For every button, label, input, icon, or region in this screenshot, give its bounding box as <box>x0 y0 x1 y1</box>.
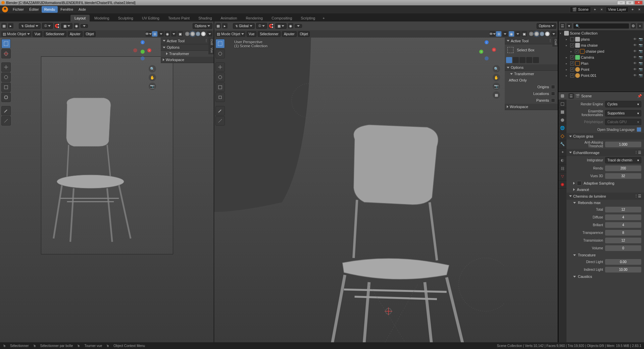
tool-annotate[interactable] <box>215 106 225 115</box>
visibility-checkbox[interactable] <box>570 73 574 78</box>
ptab-data[interactable]: ▽ <box>558 172 566 181</box>
gizmo-toggle[interactable]: ⊕ <box>496 31 501 37</box>
ptab-modifiers[interactable]: 🔧 <box>558 140 566 148</box>
sampling-hdr[interactable]: Échantillonnage⋮☰ <box>566 149 644 156</box>
tool-select-box[interactable] <box>1 39 11 48</box>
proportional-dropdown[interactable] <box>295 24 302 28</box>
render-engine-select[interactable]: Cycles▾ <box>605 101 641 107</box>
ptab-material[interactable] <box>558 181 566 189</box>
ws-tab-compositing[interactable]: Compositing <box>267 15 296 21</box>
visibility-checkbox[interactable] <box>570 67 574 71</box>
ws-tab-animation[interactable]: Animation <box>217 15 241 21</box>
proportional-edit[interactable]: ◉ <box>288 23 293 29</box>
hide-icon[interactable]: 👁 <box>633 37 637 41</box>
hide-icon[interactable]: 👁 <box>633 49 637 53</box>
editor-type-icon[interactable]: ▦ <box>1 23 7 29</box>
mode-selector[interactable]: ▨ Mode Objet <box>215 31 245 37</box>
feature-set-select[interactable]: Supportées▾ <box>605 110 641 116</box>
tool-move[interactable] <box>215 62 225 72</box>
editor-type-icon[interactable]: ▦ <box>215 23 221 29</box>
outliner-item[interactable]: ▸Plan👁📷 <box>558 60 644 66</box>
snap-dropdown[interactable]: ⦾ <box>42 23 53 29</box>
disable-icon[interactable]: 📷 <box>639 43 643 47</box>
tool-transform[interactable] <box>1 93 11 102</box>
tool-measure[interactable] <box>1 116 11 126</box>
npanel-active-tool-hdr[interactable]: Active Tool⋮⋮ <box>505 38 558 44</box>
tool-transform[interactable] <box>215 93 225 102</box>
disable-icon[interactable]: 📷 <box>639 37 643 41</box>
camera-icon[interactable]: 📷 <box>149 83 156 90</box>
disable-icon[interactable]: 📷 <box>639 67 643 71</box>
outliner-search[interactable] <box>573 23 629 29</box>
tool-scale[interactable] <box>1 83 11 92</box>
props-type-icon[interactable]: ☰ <box>568 93 574 99</box>
viewport-left[interactable]: ▦ ▸ ↯ Global ⦾ 🧲 ▦ ◉ Options ▨ Mode Obje… <box>0 21 214 344</box>
snap-toggle[interactable]: 🧲 <box>54 23 60 29</box>
ws-tab-modeling[interactable]: Modeling <box>90 15 113 21</box>
pan-icon[interactable]: ✋ <box>493 74 500 81</box>
aa-threshold-field[interactable]: 1.000 <box>605 142 641 147</box>
overlay-toggle[interactable]: ◉ <box>165 31 170 37</box>
preset-icon[interactable]: ⋮☰ <box>634 150 641 155</box>
pin-icon[interactable]: 📌 <box>637 94 642 98</box>
transparency-bounces-field[interactable]: 8 <box>605 230 641 236</box>
options-dropdown[interactable]: Options <box>537 23 556 29</box>
window-minimize[interactable]: — <box>617 1 625 5</box>
scene-dropdown[interactable]: 🎬Scene <box>570 6 591 13</box>
device-select[interactable]: Calculs GPU▾ <box>605 119 641 125</box>
drag-intersect[interactable] <box>533 57 539 63</box>
npanel-options-hdr[interactable]: Options <box>161 44 214 51</box>
ws-tab-rendering[interactable]: Rendering <box>242 15 267 21</box>
gizmo-dropdown[interactable] <box>502 31 508 37</box>
outliner-item[interactable]: ▸plans👁📷 <box>558 36 644 42</box>
menu-file[interactable]: Fichier <box>10 6 27 13</box>
ptab-constraints[interactable]: ⛓ <box>558 164 566 172</box>
scene-new[interactable]: + <box>592 7 598 12</box>
vp-menu-object[interactable]: Objet <box>84 31 96 37</box>
adaptive-checkbox[interactable] <box>577 181 582 186</box>
vp-play-icon[interactable]: ▸ <box>8 23 13 29</box>
parents-checkbox[interactable] <box>551 98 555 102</box>
shading-dropdown[interactable] <box>207 31 212 37</box>
xray-toggle[interactable]: ▣ <box>178 31 183 37</box>
n-tab-strip-right[interactable]: Outil <box>552 38 558 47</box>
shading-material[interactable] <box>195 31 201 37</box>
ws-tab-add[interactable]: + <box>320 15 327 21</box>
disable-icon[interactable]: 📷 <box>639 49 643 53</box>
vp-menu-select[interactable]: Sélectionner <box>258 31 281 37</box>
ptab-viewlayer[interactable] <box>558 108 566 116</box>
menu-window[interactable]: Fenêtre <box>58 6 76 13</box>
shading-dropdown[interactable] <box>551 31 556 37</box>
viewlayer-dropdown[interactable]: View Layer <box>606 6 629 12</box>
shading-solid[interactable] <box>190 31 195 37</box>
vp-play-icon[interactable]: ▸ <box>222 23 228 29</box>
total-bounces-field[interactable]: 12 <box>605 207 641 212</box>
overlay-dropdown[interactable] <box>515 31 521 37</box>
menu-render[interactable]: Rendu <box>42 6 58 13</box>
shading-rendered[interactable] <box>201 31 206 37</box>
outliner-item[interactable]: ▸ma chaise👁📷 <box>558 42 644 48</box>
tool-cursor[interactable] <box>1 49 11 58</box>
shading-rendered[interactable] <box>545 31 550 37</box>
window-close[interactable]: ✕ <box>635 1 643 5</box>
drag-invert[interactable] <box>526 57 532 63</box>
locations-checkbox[interactable] <box>551 92 555 96</box>
tool-cursor[interactable] <box>215 49 225 58</box>
vp-menu-view[interactable]: Vue <box>33 31 42 37</box>
nav-gizmo-right[interactable]: Z X Y <box>476 40 497 62</box>
viewlayer-del[interactable]: × <box>637 7 642 12</box>
menu-edit[interactable]: Éditer <box>27 6 42 13</box>
outliner-item[interactable]: ▸Point👁📷 <box>558 66 644 72</box>
shading-material[interactable] <box>539 31 545 37</box>
visibility-dropdown[interactable]: 👁 <box>146 31 151 37</box>
npanel-transformer[interactable]: Transformer <box>161 51 214 57</box>
disable-icon[interactable]: 📷 <box>639 61 643 65</box>
render-samples-field[interactable]: 200 <box>605 165 641 171</box>
ptab-scene[interactable] <box>558 116 566 124</box>
snap-dropdown[interactable]: ⦾ <box>256 23 267 29</box>
drag-subtract[interactable] <box>519 57 526 63</box>
visibility-checkbox[interactable] <box>570 37 574 41</box>
orientation-dropdown[interactable]: ↯ Global <box>233 23 255 29</box>
ptab-render[interactable] <box>558 92 566 100</box>
snap-type-dropdown[interactable]: ▦ <box>61 23 72 29</box>
